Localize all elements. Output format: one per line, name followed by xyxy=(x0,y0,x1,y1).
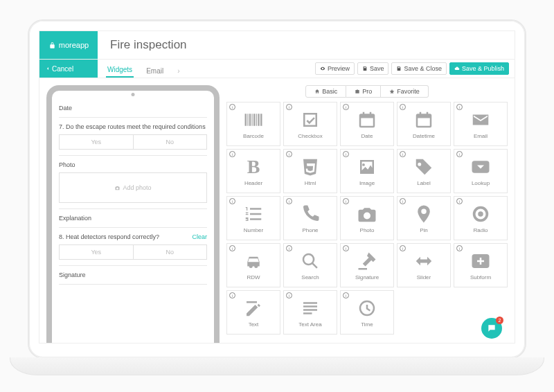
field-date[interactable]: Date xyxy=(59,99,207,118)
barcode-icon xyxy=(243,109,264,130)
view-tabs: Widgets Email › xyxy=(98,60,181,78)
info-icon[interactable]: i xyxy=(343,104,349,110)
widget-textarea[interactable]: i Text Area xyxy=(283,290,337,335)
save-publish-button[interactable]: Save & Publish xyxy=(449,62,509,75)
save-close-button[interactable]: Save & Close xyxy=(391,62,447,75)
widget-signature[interactable]: i Signature xyxy=(340,243,394,287)
widget-datetime[interactable]: i Datetime xyxy=(397,102,451,146)
widget-slider[interactable]: i Slider xyxy=(397,243,451,287)
q8-answer: Yes No xyxy=(59,244,207,260)
field-signature[interactable]: Signature xyxy=(59,266,207,285)
info-icon[interactable]: i xyxy=(229,245,235,251)
widget-rdw[interactable]: i RDW xyxy=(226,243,280,287)
widget-label: Barcode xyxy=(243,133,264,139)
q7-yes[interactable]: Yes xyxy=(60,135,134,149)
phone-icon xyxy=(300,204,321,224)
category-pro[interactable]: Pro xyxy=(346,85,381,98)
cloud-icon xyxy=(454,66,460,71)
widget-html[interactable]: i Html xyxy=(283,149,337,193)
action-bar: Cancel Widgets Email › Preview Save xyxy=(39,59,515,78)
q7-answer: Yes No xyxy=(59,134,207,150)
field-explanation[interactable]: Explanation xyxy=(59,209,207,228)
content-area: Date 7. Do the escape routes meet the re… xyxy=(39,78,515,343)
widget-label[interactable]: i Label xyxy=(397,149,451,193)
info-icon[interactable]: i xyxy=(400,245,406,251)
info-icon[interactable]: i xyxy=(400,198,406,204)
widget-image[interactable]: i Image xyxy=(340,149,394,193)
category-favorite[interactable]: Favorite xyxy=(381,85,429,98)
info-icon[interactable]: i xyxy=(456,198,463,204)
widget-label: Image xyxy=(359,180,375,186)
info-icon[interactable]: i xyxy=(343,245,349,251)
info-icon[interactable]: i xyxy=(456,151,463,157)
chat-button[interactable]: 2 xyxy=(481,318,502,339)
widget-checkbox[interactable]: i Checkbox xyxy=(283,102,337,146)
chevron-left-icon xyxy=(45,66,51,71)
calendar-icon xyxy=(413,109,434,130)
paragraph-icon xyxy=(300,298,321,319)
widget-search[interactable]: i Search xyxy=(283,243,337,287)
field-q7[interactable]: 7. Do the escape routes meet the require… xyxy=(59,118,207,156)
widget-label: Checkbox xyxy=(298,133,323,139)
q8-label: 8. Heat detectors respond correctly? xyxy=(59,233,207,240)
info-icon[interactable]: i xyxy=(229,151,235,157)
info-icon[interactable]: i xyxy=(456,104,463,110)
widget-label: Pin xyxy=(420,227,428,233)
widget-photo[interactable]: i Photo xyxy=(340,196,394,240)
widget-pin[interactable]: i Pin xyxy=(397,196,451,240)
info-icon[interactable]: i xyxy=(343,151,349,157)
info-icon[interactable]: i xyxy=(343,292,349,299)
save-icon xyxy=(396,66,402,71)
save-button[interactable]: Save xyxy=(357,62,389,75)
info-icon[interactable]: i xyxy=(400,151,406,157)
save-label: Save xyxy=(370,65,384,72)
info-icon[interactable]: i xyxy=(286,151,292,157)
clear-button[interactable]: Clear xyxy=(192,233,207,240)
widget-email[interactable]: i Email xyxy=(454,102,508,146)
widget-phone[interactable]: i Phone xyxy=(283,196,337,240)
info-icon[interactable]: i xyxy=(229,198,235,204)
info-icon[interactable]: i xyxy=(286,198,292,204)
field-photo[interactable]: Photo Add photo xyxy=(59,156,207,209)
field-q8[interactable]: Clear 8. Heat detectors respond correctl… xyxy=(59,228,207,266)
info-icon[interactable]: i xyxy=(229,104,235,110)
widget-barcode[interactable]: i Barcode xyxy=(226,102,280,146)
info-icon[interactable]: i xyxy=(456,245,463,251)
widget-number[interactable]: i Number xyxy=(226,196,280,240)
widget-time[interactable]: i Time xyxy=(340,290,394,335)
widget-label: Radio xyxy=(474,227,488,233)
tab-widgets[interactable]: Widgets xyxy=(106,66,134,78)
page-title: Fire inspection xyxy=(98,38,187,52)
brand-logo[interactable]: moreapp xyxy=(39,31,98,59)
add-photo-button[interactable]: Add photo xyxy=(59,172,207,203)
form-preview: Date 7. Do the escape routes meet the re… xyxy=(52,99,214,343)
widget-label: RDW xyxy=(247,274,260,280)
cancel-button[interactable]: Cancel xyxy=(39,60,98,78)
q8-no[interactable]: No xyxy=(134,245,207,259)
widget-lookup[interactable]: i Lookup xyxy=(454,149,508,193)
info-icon[interactable]: i xyxy=(400,104,406,110)
save-icon xyxy=(362,66,368,71)
tab-email[interactable]: Email xyxy=(145,67,165,78)
widget-subform[interactable]: i Subform xyxy=(454,243,508,287)
tag-icon xyxy=(413,157,434,177)
widget-text[interactable]: i Text xyxy=(226,290,280,335)
info-icon[interactable]: i xyxy=(286,292,292,299)
preview-button[interactable]: Preview xyxy=(315,62,355,75)
arrows-h-icon xyxy=(413,251,434,271)
info-icon[interactable]: i xyxy=(286,104,292,110)
plus-square-icon xyxy=(470,251,491,271)
category-pro-label: Pro xyxy=(362,88,372,95)
widget-header[interactable]: i B Header xyxy=(226,149,280,193)
q7-no[interactable]: No xyxy=(134,135,207,149)
info-icon[interactable]: i xyxy=(286,245,292,251)
category-basic[interactable]: Basic xyxy=(305,85,346,98)
widget-label: Header xyxy=(244,180,262,186)
info-icon[interactable]: i xyxy=(343,198,349,204)
widget-radio[interactable]: i Radio xyxy=(454,196,508,240)
info-icon[interactable]: i xyxy=(229,292,235,299)
widget-label: Number xyxy=(244,227,263,233)
widget-date[interactable]: i Date xyxy=(340,102,394,146)
device-preview: Date 7. Do the escape routes meet the re… xyxy=(46,85,220,343)
q8-yes[interactable]: Yes xyxy=(60,245,134,259)
